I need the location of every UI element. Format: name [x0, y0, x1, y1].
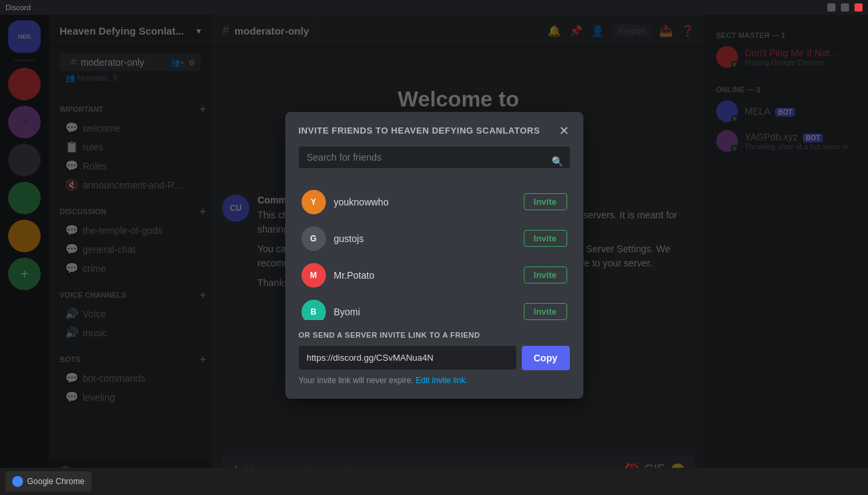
- invite-friend-button[interactable]: Invite: [524, 303, 567, 320]
- friend-name: gustojs: [334, 233, 516, 244]
- friend-name: youknowwho: [334, 197, 516, 207]
- friend-search-input[interactable]: [299, 146, 570, 168]
- close-button[interactable]: [854, 3, 863, 12]
- invite-friend-button[interactable]: Invite: [524, 230, 567, 247]
- modal-overlay[interactable]: INVITE FRIENDS TO HEAVEN DEFYING SCANLAT…: [0, 15, 868, 495]
- chrome-icon: [12, 476, 23, 487]
- taskbar-item-chrome[interactable]: Google Chrome: [5, 471, 91, 492]
- invite-link-note: Your invite link will never expire. Edit…: [299, 376, 570, 385]
- friend-avatar: M: [302, 263, 326, 288]
- friend-row: Y youknowwho Invite: [299, 184, 570, 220]
- titlebar-title: Discord: [5, 3, 30, 12]
- friend-avatar: Y: [302, 190, 326, 214]
- friend-row: B Byomi Invite: [299, 294, 570, 320]
- friend-row: G gustojs Invite: [299, 221, 570, 256]
- modal-title: INVITE FRIENDS TO HEAVEN DEFYING SCANLAT…: [299, 125, 570, 136]
- invite-link-input[interactable]: [299, 346, 516, 370]
- edit-invite-link[interactable]: Edit invite link.: [415, 376, 468, 385]
- taskbar: Google Chrome: [0, 468, 868, 495]
- friend-avatar: G: [302, 226, 326, 251]
- taskbar-item-label: Google Chrome: [27, 477, 85, 486]
- titlebar-controls[interactable]: [827, 3, 863, 12]
- or-send-section-label: OR SEND A SERVER INVITE LINK TO A FRIEND: [299, 331, 570, 339]
- invite-link-row: Copy: [299, 346, 570, 370]
- invite-friend-button[interactable]: Invite: [524, 266, 567, 283]
- invite-friend-button[interactable]: Invite: [524, 193, 567, 210]
- invite-modal: INVITE FRIENDS TO HEAVEN DEFYING SCANLAT…: [285, 112, 583, 399]
- friend-list: Y youknowwho Invite G gustojs Invite M M…: [299, 184, 570, 320]
- minimize-button[interactable]: [827, 3, 835, 12]
- friend-name: Mr.Potato: [334, 270, 516, 281]
- friend-row: M Mr.Potato Invite: [299, 258, 570, 293]
- invite-link-note-text: Your invite link will never expire.: [299, 376, 414, 385]
- search-icon: 🔍: [552, 156, 563, 167]
- copy-button[interactable]: Copy: [522, 346, 570, 370]
- modal-close-button[interactable]: ✕: [556, 123, 573, 139]
- maximize-button[interactable]: [841, 3, 849, 12]
- titlebar: Discord: [0, 0, 868, 15]
- friend-search-wrapper: 🔍: [299, 146, 570, 176]
- friend-name: Byomi: [334, 306, 516, 317]
- friend-avatar: B: [302, 300, 326, 320]
